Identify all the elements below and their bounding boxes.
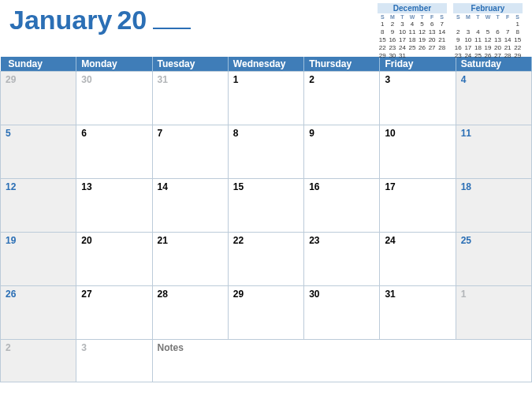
mini-day-cell: 21 [437,36,447,44]
mini-day-cell: 3 [397,20,407,28]
mini-dow-cell: F [503,13,513,20]
dow-header-cell: Tuesday [152,57,228,72]
day-cell: 30 [76,72,152,125]
mini-dow-cell: S [378,13,388,20]
day-cell: 17 [380,179,456,233]
day-cell: 23 [304,233,380,286]
day-cell: 4 [456,72,531,125]
mini-dow-cell: S [453,13,463,20]
mini-day-cell: 9 [453,36,463,44]
mini-day-cell [503,20,513,28]
calendar-week-row: 2627282930311 [1,286,532,340]
day-cell: 8 [228,125,303,179]
mini-day-cell: 2 [388,20,398,28]
mini-day-cell: 10 [397,28,407,36]
mini-day-cell: 5 [483,28,493,36]
mini-day-cell [437,52,447,60]
mini-day-cell: 17 [397,36,407,44]
mini-day-cell: 8 [512,28,523,36]
day-cell: 31 [380,286,456,340]
mini-day-cell: 27 [493,52,503,60]
mini-calendar-title: December [378,3,447,13]
day-cell: 29 [228,286,303,340]
day-cell: 19 [1,233,76,286]
mini-day-cell: 24 [397,44,407,52]
dow-header-cell: Sunday [1,57,76,72]
mini-day-cell: 22 [378,44,388,52]
mini-day-cell [463,20,474,28]
mini-day-cell: 23 [453,52,463,60]
mini-day-cell: 28 [437,44,447,52]
calendar-week-row: 567891011 [1,125,532,179]
mini-dow-cell: M [463,13,474,20]
day-cell: 7 [152,125,228,179]
mini-day-cell: 31 [397,52,407,60]
calendar-header: January 20 DecemberSMTWTFS12345678910111… [0,0,532,57]
mini-day-cell: 13 [493,36,503,44]
mini-dow-cell: S [437,13,447,20]
dow-header-cell: Monday [76,57,152,72]
mini-day-cell: 25 [407,44,418,52]
mini-day-cell: 20 [493,44,503,52]
day-cell: 22 [228,233,303,286]
mini-day-cell: 19 [483,44,493,52]
mini-day-cell: 16 [388,36,398,44]
mini-day-cell [453,20,463,28]
mini-day-cell [473,20,483,28]
calendar-week-row: 19202122232425 [1,233,532,286]
day-cell: 20 [76,233,152,286]
mini-day-cell: 13 [427,28,437,36]
mini-day-cell: 28 [503,52,513,60]
mini-day-cell: 5 [417,20,427,28]
notes-cell: Notes [152,340,531,382]
mini-dow-cell: T [397,13,407,20]
mini-day-cell: 17 [463,44,474,52]
day-cell: 25 [456,233,531,286]
day-cell: 9 [304,125,380,179]
mini-day-cell: 7 [503,28,513,36]
day-cell: 11 [456,125,531,179]
mini-day-cell [427,52,437,60]
mini-day-cell [407,52,418,60]
day-cell: 14 [152,179,228,233]
day-cell: 21 [152,233,228,286]
mini-day-cell: 22 [512,44,523,52]
mini-day-cell: 10 [463,36,474,44]
mini-day-cell: 8 [378,28,388,36]
calendar-week-row: 12131415161718 [1,179,532,233]
day-cell: 3 [380,72,456,125]
day-cell: 2 [304,72,380,125]
mini-dow-cell: T [417,13,427,20]
mini-day-cell [417,52,427,60]
mini-calendar: DecemberSMTWTFS1234567891011121314151617… [378,3,447,60]
mini-day-cell: 24 [463,52,474,60]
day-cell: 10 [380,125,456,179]
mini-day-cell: 14 [503,36,513,44]
mini-day-cell: 3 [463,28,474,36]
mini-day-cell: 9 [388,28,398,36]
month-calendar: SundayMondayTuesdayWednesdayThursdayFrid… [0,57,532,382]
day-cell: 18 [456,179,531,233]
year-blank-line [153,9,191,29]
day-cell: 6 [76,125,152,179]
day-cell: 29 [1,72,76,125]
day-cell: 13 [76,179,152,233]
day-cell: 15 [228,179,303,233]
mini-day-cell [493,20,503,28]
day-cell: 24 [380,233,456,286]
mini-dow-cell: T [473,13,483,20]
mini-day-cell: 2 [453,28,463,36]
mini-day-cell: 15 [378,36,388,44]
mini-day-cell: 27 [427,44,437,52]
mini-day-cell: 6 [427,20,437,28]
day-cell: 31 [152,72,228,125]
mini-day-cell: 26 [483,52,493,60]
title-year-prefix: 20 [117,5,147,35]
mini-day-cell: 30 [388,52,398,60]
mini-dow-cell: W [483,13,493,20]
day-cell: 1 [456,286,531,340]
mini-dow-cell: F [427,13,437,20]
day-cell: 2 [1,340,76,382]
day-cell: 30 [304,286,380,340]
day-cell: 1 [228,72,303,125]
